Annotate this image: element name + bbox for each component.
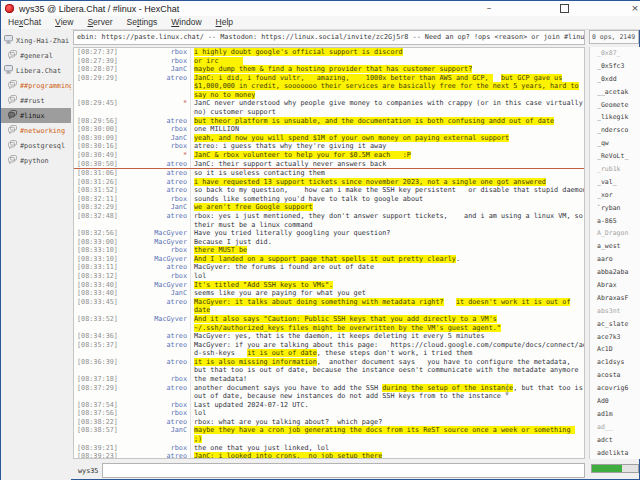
nick[interactable]: atreo (121, 358, 187, 367)
user-list-item[interactable]: Ac1D (590, 343, 640, 356)
user-list-item[interactable]: ac_slate (590, 318, 640, 331)
user-list-item[interactable]: ace7k3 (590, 331, 640, 344)
nick[interactable]: JanC (121, 65, 187, 74)
user-list-item[interactable]: _ReVoLt_ (590, 150, 640, 163)
timestamp: [08:33:10] (74, 246, 121, 255)
action-star[interactable]: * (121, 151, 187, 160)
user-list-item[interactable]: aaro (590, 253, 640, 266)
user-list-item[interactable]: ad1m (590, 408, 640, 421)
nick[interactable]: atreo (121, 418, 187, 427)
own-nick-label[interactable]: wys35 (73, 467, 102, 475)
nick[interactable]: atreo (121, 160, 187, 169)
title-bar[interactable]: wys35 @ Libera.Chat / #linux - HexChat –… (1, 1, 640, 16)
tree-item-libera-chat[interactable]: Libera.Chat (1, 63, 71, 78)
nick[interactable]: rbox (121, 409, 187, 418)
user-list-item[interactable]: _ndersco (590, 124, 640, 137)
nick[interactable]: MacGyver (121, 281, 187, 290)
tree-item--postgresql[interactable]: #postgresql (1, 138, 71, 153)
menu-help[interactable]: Help (209, 16, 241, 29)
nick[interactable]: JanC (121, 203, 187, 212)
user-list-item[interactable]: Abrax (590, 279, 640, 292)
user-list-item[interactable]: Ad0 (590, 395, 640, 408)
nick[interactable]: atreo (121, 186, 187, 195)
nick[interactable]: rbox (121, 246, 187, 255)
user-list-item[interactable]: _rub1k (590, 163, 640, 176)
minimize-button[interactable]: – (482, 2, 496, 14)
user-list-item[interactable]: __acetak (590, 86, 640, 99)
nick[interactable]: atreo (121, 117, 187, 126)
chat-message: [08:27:37]rboxi highly doubt google's of… (74, 48, 584, 57)
channel-bubble-icon (8, 140, 17, 151)
menu-window[interactable]: Window (164, 16, 208, 29)
tree-item--linux[interactable]: #linux (1, 108, 71, 123)
menu-view[interactable]: View (48, 16, 80, 29)
nick[interactable]: JanC (121, 426, 187, 435)
nick[interactable]: JanC (121, 134, 187, 143)
tree-item-xing-hai-zhai[interactable]: Xing-Hai-Zhai (1, 33, 71, 48)
scroll-down-indicator[interactable]: ⎪ ▾ (503, 385, 511, 397)
nick[interactable]: rbox (121, 57, 187, 66)
nick[interactable]: MacGyver (121, 238, 187, 247)
user-list-item[interactable]: ac1dsys (590, 356, 640, 369)
user-list-item[interactable]: adelikta (590, 447, 640, 459)
user-list-item[interactable]: abs3nt (590, 305, 640, 318)
user-list-item[interactable]: AbraxasF (590, 292, 640, 305)
nick[interactable]: MacGyver (121, 315, 187, 324)
nick[interactable]: atreo (121, 384, 187, 393)
user-list-item[interactable]: `ryban (590, 202, 640, 215)
tree-item--networking[interactable]: #networking (1, 123, 71, 138)
tree-item--python[interactable]: #python (1, 153, 71, 168)
nick[interactable]: rbox (121, 195, 187, 204)
user-list-item[interactable]: acosta (590, 369, 640, 382)
user-list-item[interactable]: adct (590, 434, 640, 447)
tree-item--rust[interactable]: ##rust (1, 93, 71, 108)
tree-item--programming[interactable]: ##programming (1, 78, 71, 93)
user-list-item[interactable]: ad__ (590, 421, 640, 434)
user-list-item[interactable]: _xor (590, 189, 640, 202)
tree-item-label: #python (20, 157, 49, 165)
message-text: And it also says "Caution: Public SSH ke… (190, 315, 584, 324)
nick[interactable]: rbox (121, 401, 187, 410)
nick[interactable]: atreo (121, 332, 187, 341)
user-list-item[interactable]: _0xdd (590, 73, 640, 86)
nick[interactable]: MacGyver (121, 229, 187, 238)
user-list-item[interactable]: _qw (590, 137, 640, 150)
nick[interactable]: atreo (121, 212, 187, 221)
menu-hexchat[interactable]: HexChat (1, 16, 48, 29)
nick[interactable]: rbox (121, 48, 187, 57)
menu-settings[interactable]: Settings (119, 16, 164, 29)
user-list-item[interactable]: acovrig6 (590, 382, 640, 395)
nick[interactable]: rbox (121, 375, 187, 384)
nick[interactable]: atreo (121, 298, 187, 307)
user-list-item[interactable]: _0x5fc3 (590, 60, 640, 73)
user-list-item[interactable]: _Geomete (590, 99, 640, 112)
maximize-button[interactable] (557, 2, 571, 14)
user-list-item[interactable]: _0x87_ (590, 47, 640, 60)
nick[interactable]: atreo (121, 74, 187, 83)
nick[interactable]: JanC (121, 289, 187, 298)
menu-server[interactable]: Server (80, 16, 119, 29)
nick[interactable]: rbox (121, 272, 187, 281)
user-list-item[interactable]: a_west (590, 240, 640, 253)
action-star[interactable]: * (121, 99, 187, 108)
nick[interactable]: atreo (121, 452, 187, 459)
nick[interactable]: atreo (121, 263, 187, 272)
user-list-item[interactable]: _likegik (590, 111, 640, 124)
nick[interactable]: atreo (121, 341, 187, 350)
timestamp: [08:33:00] (74, 238, 121, 247)
user-list-item[interactable]: _val_ (590, 176, 640, 189)
nick[interactable]: atreo (121, 169, 187, 178)
user-list-item[interactable]: A_Dragon (590, 227, 640, 240)
user-list-item[interactable]: a-865 (590, 215, 640, 228)
tree-item--general[interactable]: #general (1, 48, 71, 63)
user-list[interactable]: _0x87__0x5fc3_0xdd__acetak_Geomete_likeg… (589, 47, 640, 459)
topic-bar[interactable]: ebin: https://paste.linux.chat/ -- Masto… (73, 30, 585, 45)
nick[interactable]: MacGyver (121, 255, 187, 264)
message-input[interactable] (102, 463, 585, 478)
nick[interactable]: rbox (121, 125, 187, 134)
nick[interactable]: rbox (121, 142, 187, 151)
nick[interactable]: rbox (121, 444, 187, 453)
nick[interactable]: atreo (121, 178, 187, 187)
close-button[interactable]: × (628, 2, 640, 14)
user-list-item[interactable]: abba2aba (590, 266, 640, 279)
